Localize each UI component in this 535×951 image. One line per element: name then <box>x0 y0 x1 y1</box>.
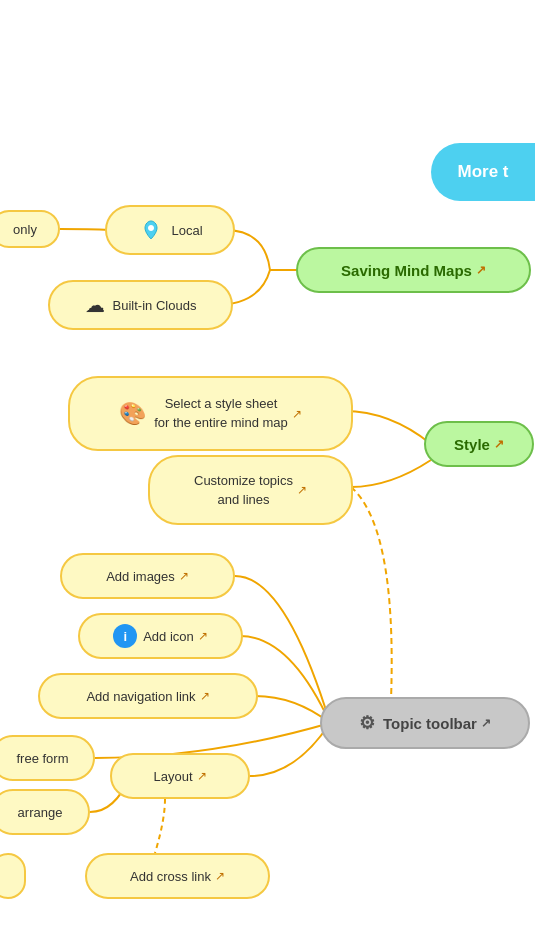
add-nav-label: Add navigation link <box>86 689 195 704</box>
clouds-icon: ☁ <box>85 293 105 317</box>
external-link-icon3: ↗ <box>494 437 504 451</box>
external-link-icon6: ↗ <box>198 629 208 643</box>
add-images-node[interactable]: Add images ↗ <box>60 553 235 599</box>
local-node[interactable]: Local <box>105 205 235 255</box>
add-cross-link-node[interactable]: Add cross link ↗ <box>85 853 270 899</box>
customize-label: Customize topics and lines <box>194 471 293 510</box>
topic-toolbar-node[interactable]: ⚙ Topic toolbar ↗ <box>320 697 530 749</box>
free-form-label: free form <box>16 751 68 766</box>
free-form-node: free form <box>0 735 95 781</box>
more-label: More t <box>458 162 509 182</box>
arrange-label: arrange <box>18 805 63 820</box>
left-cut-node <box>0 853 26 899</box>
external-link-icon2: ↗ <box>292 407 302 421</box>
info-icon: i <box>113 624 137 648</box>
saving-mind-maps-node[interactable]: Saving Mind Maps ↗ <box>296 247 531 293</box>
only-label: only <box>13 222 37 237</box>
external-link-icon5: ↗ <box>179 569 189 583</box>
clouds-label: Built-in Clouds <box>113 298 197 313</box>
arrange-node: arrange <box>0 789 90 835</box>
layout-label: Layout <box>153 769 192 784</box>
layout-node[interactable]: Layout ↗ <box>110 753 250 799</box>
add-nav-link-node[interactable]: Add navigation link ↗ <box>38 673 258 719</box>
external-link-icon9: ↗ <box>197 769 207 783</box>
style-node[interactable]: Style ↗ <box>424 421 534 467</box>
external-link-icon4: ↗ <box>297 483 307 497</box>
external-link-icon8: ↗ <box>481 716 491 730</box>
local-icon <box>137 216 165 244</box>
external-link-icon10: ↗ <box>215 869 225 883</box>
built-in-clouds-node[interactable]: ☁ Built-in Clouds <box>48 280 233 330</box>
style-label: Style <box>454 436 490 453</box>
style-sheet-label: Select a style sheet for the entire mind… <box>154 395 288 431</box>
topic-toolbar-label: Topic toolbar <box>383 715 477 732</box>
only-node: only <box>0 210 60 248</box>
add-icon-label: Add icon <box>143 629 194 644</box>
external-link-icon7: ↗ <box>200 689 210 703</box>
add-icon-node[interactable]: i Add icon ↗ <box>78 613 243 659</box>
add-cross-link-label: Add cross link <box>130 869 211 884</box>
palette-icon: 🎨 <box>119 401 146 427</box>
customize-topics-node[interactable]: Customize topics and lines ↗ <box>148 455 353 525</box>
more-button[interactable]: More t <box>431 143 535 201</box>
style-sheet-node[interactable]: 🎨 Select a style sheet for the entire mi… <box>68 376 353 451</box>
topic-toolbar-icon: ⚙ <box>359 712 375 734</box>
local-label: Local <box>171 223 202 238</box>
saving-label: Saving Mind Maps <box>341 262 472 279</box>
external-link-icon: ↗ <box>476 263 486 277</box>
add-images-label: Add images <box>106 569 175 584</box>
